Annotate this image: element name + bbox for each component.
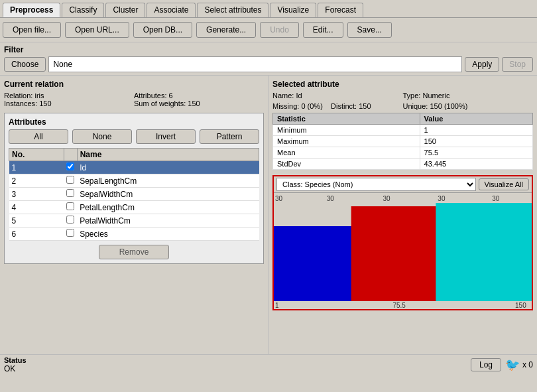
relation-label: Relation: — [4, 92, 32, 99]
instances-label: Instances: — [4, 99, 37, 107]
stats-row: Mean 75.5 — [273, 147, 533, 159]
tab-associate[interactable]: Associate — [147, 3, 196, 17]
chart-area: 30 30 30 30 30 1 75.5 150 — [274, 193, 532, 309]
row-name: PetalLengthCm — [77, 201, 259, 214]
left-panel: Current relation Relation: iris Instance… — [0, 76, 268, 354]
tab-visualize[interactable]: Visualize — [270, 3, 316, 17]
row-no: 5 — [9, 214, 64, 228]
choose-button[interactable]: Choose — [4, 57, 46, 72]
generate-button[interactable]: Generate... — [196, 22, 256, 38]
table-row[interactable]: 4 PetalLengthCm — [9, 201, 259, 214]
viz-section: Class: Species (Nom) Visualize All 30 30… — [272, 175, 533, 310]
chart-svg: 30 30 30 30 30 1 75.5 150 — [274, 193, 532, 309]
row-no: 6 — [9, 228, 64, 241]
svg-text:30: 30 — [438, 195, 446, 202]
tab-preprocess[interactable]: Preprocess — [3, 3, 60, 17]
remove-button[interactable]: Remove — [99, 245, 170, 259]
row-checkbox-cell[interactable] — [64, 201, 77, 214]
status-label: Status — [4, 356, 27, 364]
filter-section: Filter Choose Apply Stop — [0, 42, 537, 76]
attributes-section: Attributes All None Invert Pattern No. N… — [4, 113, 264, 264]
table-row[interactable]: 5 PetalWidthCm — [9, 214, 259, 228]
viz-header: Class: Species (Nom) Visualize All — [274, 176, 532, 193]
svg-rect-5 — [274, 226, 359, 301]
tab-forecast[interactable]: Forecast — [318, 3, 363, 17]
stop-button[interactable]: Stop — [502, 57, 533, 72]
open-db-button[interactable]: Open DB... — [133, 22, 192, 38]
selected-attr-title: Selected attribute — [272, 80, 533, 89]
row-checkbox-cell[interactable] — [64, 214, 77, 228]
attributes-title: Attributes — [9, 117, 259, 127]
row-no: 1 — [9, 161, 64, 174]
stat-value: 150 — [420, 136, 532, 147]
svg-text:75.5: 75.5 — [393, 302, 406, 309]
save-button[interactable]: Save... — [347, 22, 392, 38]
row-name: SepalWidthCm — [77, 188, 259, 201]
apply-button[interactable]: Apply — [465, 57, 499, 72]
tab-classify[interactable]: Classify — [62, 3, 104, 17]
row-no: 2 — [9, 174, 64, 188]
instances-value: 150 — [39, 99, 51, 107]
tab-cluster[interactable]: Cluster — [105, 3, 145, 17]
svg-text:30: 30 — [327, 195, 335, 202]
svg-rect-6 — [351, 206, 446, 301]
tab-select-attributes[interactable]: Select attributes — [197, 3, 268, 17]
stats-row: StdDev 43.445 — [273, 159, 533, 170]
attributes-label: Attributes: — [134, 92, 167, 99]
table-row[interactable]: 2 SepalLengthCm — [9, 174, 259, 188]
stats-col-value: Value — [420, 113, 532, 125]
tab-bar: Preprocess Classify Cluster Associate Se… — [0, 0, 537, 18]
row-no: 3 — [9, 188, 64, 201]
status-bar: Status OK Log 🐦 x 0 — [0, 354, 537, 374]
pattern-button[interactable]: Pattern — [200, 129, 259, 144]
table-row[interactable]: 1 Id — [9, 161, 259, 174]
stats-col-statistic: Statistic — [273, 113, 420, 125]
table-row[interactable]: 6 Species — [9, 228, 259, 241]
row-checkbox-cell[interactable] — [64, 188, 77, 201]
all-button[interactable]: All — [9, 129, 68, 144]
main-content: Current relation Relation: iris Instance… — [0, 76, 537, 354]
undo-button[interactable]: Undo — [260, 22, 299, 38]
attr-info-row: Name: Id Type: Numeric — [272, 92, 533, 99]
open-url-button[interactable]: Open URL... — [65, 22, 129, 38]
x0-label: x 0 — [522, 360, 533, 369]
row-name: Id — [77, 161, 259, 174]
stat-name: Maximum — [273, 136, 420, 147]
attributes-row: Attributes: 6 — [134, 92, 264, 99]
col-no: No. — [9, 149, 64, 161]
filter-label: Filter — [4, 45, 533, 54]
current-relation-title: Current relation — [4, 80, 264, 89]
name-value: Id — [296, 92, 302, 99]
row-name: Species — [77, 228, 259, 241]
sum-row: Sum of weights: 150 — [134, 99, 264, 107]
svg-text:1: 1 — [275, 302, 279, 309]
visualize-all-button[interactable]: Visualize All — [479, 178, 530, 190]
table-row[interactable]: 3 SepalWidthCm — [9, 188, 259, 201]
invert-button[interactable]: Invert — [136, 129, 196, 144]
edit-button[interactable]: Edit... — [303, 22, 343, 38]
svg-text:150: 150 — [515, 302, 526, 309]
row-checkbox-cell[interactable] — [64, 228, 77, 241]
missing-label: Missing: — [272, 102, 299, 110]
row-name: PetalWidthCm — [77, 214, 259, 228]
row-checkbox-cell[interactable] — [64, 161, 77, 174]
col-name: Name — [77, 149, 259, 161]
log-button[interactable]: Log — [471, 358, 501, 371]
stat-name: Minimum — [273, 125, 420, 136]
sum-value: 150 — [188, 99, 200, 107]
instances-row: Instances: 150 — [4, 99, 134, 107]
class-select[interactable]: Class: Species (Nom) — [276, 178, 476, 191]
relation-info: Relation: iris Instances: 150 Attributes… — [4, 92, 264, 107]
filter-input[interactable] — [48, 56, 462, 72]
stat-value: 1 — [420, 125, 532, 136]
distinct-value: 150 — [359, 102, 371, 110]
svg-text:30: 30 — [492, 195, 500, 202]
relation-value: iris — [34, 92, 44, 99]
row-checkbox-cell[interactable] — [64, 174, 77, 188]
row-name: SepalLengthCm — [77, 174, 259, 188]
unique-label: Unique: — [403, 102, 428, 110]
none-button[interactable]: None — [72, 129, 132, 144]
open-file-button[interactable]: Open file... — [3, 22, 61, 38]
relation-row: Relation: iris — [4, 92, 134, 99]
svg-rect-7 — [436, 203, 532, 301]
